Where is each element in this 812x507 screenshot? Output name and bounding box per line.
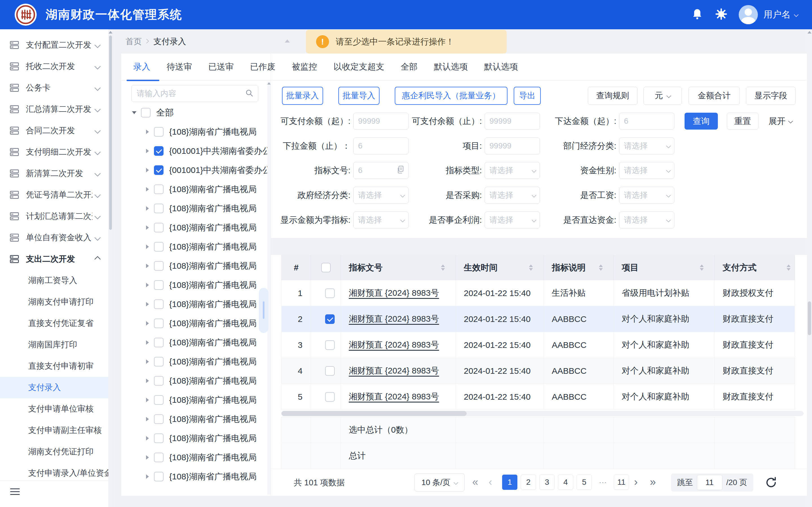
status-tab[interactable]: 已作废 bbox=[250, 53, 275, 81]
doc-number-link[interactable]: 湘财预直 {2024} 8983号 bbox=[349, 287, 439, 299]
jump-page-input[interactable] bbox=[697, 475, 722, 490]
row-checkbox[interactable] bbox=[325, 392, 335, 402]
status-tab[interactable]: 默认选项 bbox=[484, 53, 518, 81]
page-number-button[interactable]: 1 bbox=[502, 474, 517, 490]
tree-node[interactable]: {108}湖南省广播电视局 bbox=[126, 467, 268, 486]
main-scrollbar-thumb[interactable] bbox=[808, 301, 811, 335]
row-checkbox[interactable] bbox=[325, 340, 335, 350]
query-rules-button[interactable]: 查询规则 bbox=[588, 87, 638, 105]
sidebar-submenu-item[interactable]: 支付录入 bbox=[0, 377, 108, 398]
column-header-effective-time[interactable]: 生效时间 bbox=[456, 255, 544, 280]
caret-right-icon[interactable] bbox=[146, 398, 149, 402]
tree-scroll-up-arrow-icon[interactable] bbox=[267, 82, 271, 84]
tree-root-checkbox[interactable] bbox=[141, 108, 151, 117]
sidebar-collapse-hamburger-icon[interactable] bbox=[10, 489, 20, 497]
next-page-button[interactable]: › bbox=[634, 469, 638, 496]
caret-right-icon[interactable] bbox=[146, 436, 149, 441]
sidebar-menu-item[interactable]: 汇总清算二次开发 bbox=[0, 99, 108, 120]
sidebar-menu-item[interactable]: 支出二次开发 bbox=[0, 248, 108, 270]
page-number-button[interactable]: 2 bbox=[521, 474, 536, 490]
status-tab[interactable]: 已送审 bbox=[208, 53, 234, 81]
caret-right-icon[interactable] bbox=[146, 264, 149, 268]
column-header-indicator-desc[interactable]: 指标说明 bbox=[544, 255, 614, 280]
caret-right-icon[interactable] bbox=[146, 129, 149, 134]
doc-number-link[interactable]: 湘财预直 {2024} 8983号 bbox=[349, 391, 439, 402]
tree-node-checkbox[interactable] bbox=[154, 127, 163, 136]
table-row[interactable]: 4 湘财预直 {2024} 8983号 2024-01-22 15:40 AAB… bbox=[282, 358, 795, 384]
page-number-button[interactable]: 5 bbox=[576, 474, 592, 490]
caret-right-icon[interactable] bbox=[146, 225, 149, 230]
caret-right-icon[interactable] bbox=[146, 149, 149, 153]
status-tab[interactable]: 录入 bbox=[133, 53, 150, 81]
row-checkbox[interactable] bbox=[325, 366, 335, 376]
table-row[interactable]: 3 湘财预直 {2024} 8983号 2024-01-22 15:40 AAB… bbox=[282, 332, 795, 358]
tree-node-checkbox[interactable] bbox=[154, 280, 163, 290]
caret-down-icon[interactable] bbox=[132, 111, 137, 114]
page-number-button[interactable]: 3 bbox=[539, 474, 555, 490]
row-checkbox[interactable] bbox=[325, 314, 335, 324]
column-header-payment-method[interactable]: 支付方式 bbox=[715, 255, 795, 280]
splitter-handle[interactable] bbox=[259, 288, 268, 333]
refresh-icon[interactable] bbox=[765, 476, 777, 489]
tree-node-checkbox[interactable] bbox=[154, 165, 163, 175]
tree-search-input[interactable] bbox=[132, 89, 245, 98]
page-size-select[interactable]: 10 条/页 bbox=[414, 473, 465, 492]
filter-select-is-salary[interactable]: 请选择 bbox=[619, 187, 674, 204]
amount-total-button[interactable]: 金额合计 bbox=[689, 87, 740, 105]
caret-right-icon[interactable] bbox=[146, 187, 149, 191]
main-scrollbar[interactable] bbox=[807, 29, 812, 507]
tree-node-checkbox[interactable] bbox=[154, 414, 163, 424]
tree-node-checkbox[interactable] bbox=[154, 184, 163, 194]
caret-right-icon[interactable] bbox=[146, 168, 149, 172]
filter-select-dept-economic[interactable]: 请选择 bbox=[619, 137, 674, 154]
sidebar-submenu-item[interactable]: 直接支付申请初审 bbox=[0, 355, 108, 377]
first-page-button[interactable]: « bbox=[472, 469, 478, 496]
display-fields-button[interactable]: 显示字段 bbox=[746, 87, 796, 105]
tree-node[interactable]: {108}湖南省广播电视局 bbox=[126, 390, 268, 409]
tree-node[interactable]: {108}湖南省广播电视局 bbox=[126, 237, 268, 256]
caret-right-icon[interactable] bbox=[146, 340, 149, 345]
sort-icon[interactable] bbox=[786, 265, 791, 271]
sidebar-submenu-item[interactable]: 支付申请副主任审核 bbox=[0, 420, 108, 441]
sidebar-menu-item[interactable]: 凭证号清单二次开发 bbox=[0, 184, 108, 206]
sidebar-submenu-item[interactable]: 湖南支付申请打印 bbox=[0, 291, 108, 313]
status-tab[interactable]: 默认选项 bbox=[434, 53, 468, 81]
table-horizontal-scrollbar[interactable] bbox=[282, 411, 804, 416]
filter-input-issued-from[interactable]: 6 bbox=[619, 113, 674, 129]
tree-node[interactable]: {108}湖南省广播电视局 bbox=[126, 314, 268, 333]
tree-node[interactable]: {108}湖南省广播电视局 bbox=[126, 409, 268, 429]
table-horizontal-scrollbar-thumb[interactable] bbox=[282, 411, 467, 416]
column-header-doc-number[interactable]: 指标文号 bbox=[341, 255, 456, 280]
unit-select[interactable]: 元 bbox=[644, 87, 682, 105]
prev-page-button[interactable]: ‹ bbox=[489, 469, 492, 496]
breadcrumb-home[interactable]: 首页 bbox=[125, 29, 142, 54]
sidebar-menu-item[interactable]: 支付配置二次开发 bbox=[0, 34, 108, 56]
page-number-button[interactable]: ··· bbox=[595, 474, 610, 490]
query-button[interactable]: 查询 bbox=[684, 113, 718, 129]
expand-toggle[interactable]: 展开 bbox=[769, 113, 792, 129]
caret-right-icon[interactable] bbox=[146, 455, 149, 460]
sidebar-scrollbar-thumb[interactable] bbox=[109, 36, 112, 230]
caret-right-icon[interactable] bbox=[146, 474, 149, 479]
status-tab[interactable]: 被监控 bbox=[292, 53, 317, 81]
column-header-project[interactable]: 项目 bbox=[614, 255, 715, 280]
sidebar-submenu-item[interactable]: 湖南国库打印 bbox=[0, 334, 108, 355]
sidebar-menu-item[interactable]: 合同二次开发 bbox=[0, 120, 108, 142]
tree-node[interactable]: {108}湖南省广播电视局 bbox=[126, 256, 268, 276]
filter-select-direct-funds[interactable]: 请选择 bbox=[619, 212, 674, 228]
tree-node[interactable]: {108}湖南省广播电视局 bbox=[126, 448, 268, 467]
batch-import-button[interactable]: 批量导入 bbox=[338, 87, 379, 105]
user-avatar[interactable] bbox=[739, 5, 758, 24]
tree-node-checkbox[interactable] bbox=[154, 434, 163, 443]
settings-gear-icon[interactable] bbox=[715, 8, 727, 21]
sidebar-scrollbar[interactable] bbox=[108, 29, 113, 507]
tree-node-checkbox[interactable] bbox=[154, 299, 163, 309]
caret-right-icon[interactable] bbox=[146, 244, 149, 249]
last-page-button[interactable]: » bbox=[650, 469, 656, 496]
sidebar-submenu-item[interactable]: 湖南支付凭证打印 bbox=[0, 441, 108, 462]
tree-node-checkbox[interactable] bbox=[154, 472, 163, 482]
tree-node-checkbox[interactable] bbox=[154, 376, 163, 386]
sidebar-menu-item[interactable]: 计划汇总请算二次开发 bbox=[0, 206, 108, 227]
doc-number-link[interactable]: 湘财预直 {2024} 8983号 bbox=[349, 313, 439, 325]
tree-node[interactable]: {108}湖南省广播电视局 bbox=[126, 352, 268, 371]
